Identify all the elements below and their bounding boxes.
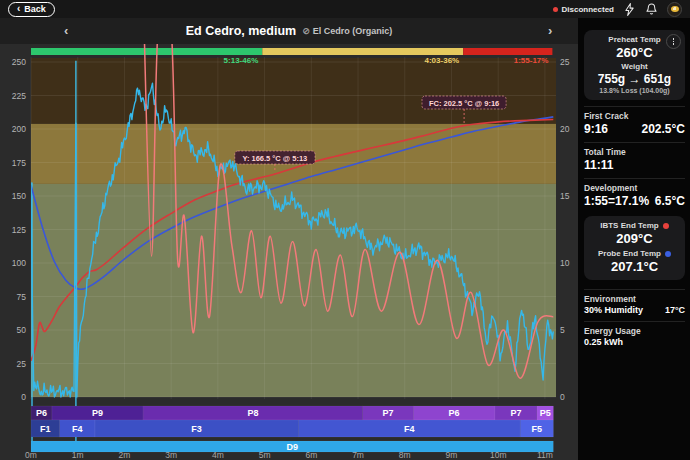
x-tick: 5m — [259, 450, 271, 460]
bean-link[interactable]: ⊘ El Cedro (Organic) — [302, 26, 392, 36]
x-tick: 4m — [212, 450, 224, 460]
development-zone — [31, 58, 556, 124]
x-tick: 11m — [537, 450, 553, 460]
back-button[interactable]: ‹ Back — [8, 2, 55, 17]
environment-label: Environment — [584, 294, 685, 304]
x-tick: 3m — [165, 450, 177, 460]
fan-label: F4 — [72, 424, 83, 434]
energy-value: 0.25 kWh — [584, 337, 623, 347]
x-tick: 1m — [72, 450, 84, 460]
y-right-tick: 5 — [560, 325, 565, 335]
energy-label: Energy Usage — [584, 326, 685, 336]
phase-label: 1:55-17% — [514, 56, 549, 65]
x-tick: 0m — [25, 450, 37, 460]
probe-end-label: Probe End Temp — [598, 249, 661, 258]
stats-sidebar: Preheat Temp 260°C Weight 755g → 651g 13… — [578, 18, 690, 460]
weight-label: Weight — [588, 62, 681, 71]
power-label: P8 — [247, 408, 258, 418]
roast-title-bar: ‹ Ed Cedro, medium ⊘ El Cedro (Organic) … — [0, 18, 578, 44]
first-crack-marker: FC: 202.5 °C @ 9:16 — [422, 96, 506, 109]
y-left-tick: 100 — [12, 258, 26, 268]
probe-end-value: 207.1°C — [588, 259, 681, 274]
y-left-tick: 150 — [12, 191, 26, 201]
roaster-power-button[interactable] — [623, 3, 636, 16]
total-time-value: 11:11 — [584, 158, 613, 172]
development-section: Development 1:55=17.1% 6.5°C — [584, 178, 685, 208]
y-left-tick: 200 — [12, 124, 26, 134]
fan-label: F3 — [191, 424, 202, 434]
preheat-value: 260°C — [588, 45, 681, 60]
roast-chart[interactable]: 025507510012515017520022525005101520255:… — [0, 44, 578, 460]
y-right-tick: 20 — [560, 124, 570, 134]
notifications-button[interactable] — [645, 3, 658, 16]
weight-loss: 13.8% Loss (104.00g) — [588, 87, 681, 94]
phase-segment — [31, 48, 262, 55]
next-roast-button[interactable]: › — [548, 23, 552, 38]
fan-label: F4 — [404, 424, 415, 434]
humidity-value: 30% Humidity — [584, 305, 643, 315]
phase-label: 5:13-46% — [224, 56, 259, 65]
y-right-tick: 25 — [560, 57, 570, 67]
power-label: P9 — [92, 408, 103, 418]
y-left-tick: 225 — [12, 91, 26, 101]
lightning-icon — [624, 3, 635, 16]
y-left-tick: 25 — [17, 359, 27, 369]
kebab-dots-icon — [673, 38, 675, 45]
total-time-label: Total Time — [584, 147, 685, 157]
avatar-image — [671, 6, 679, 12]
yellowing-marker: Y: 166.5 °C @ 5:13 — [235, 151, 315, 164]
status-dot-icon — [553, 7, 558, 12]
x-tick: 2m — [119, 450, 131, 460]
svg-text:Y: 166.5 °C @ 5:13: Y: 166.5 °C @ 5:13 — [242, 154, 307, 163]
x-tick: 9m — [446, 450, 458, 460]
development-label: Development — [584, 183, 685, 193]
user-avatar[interactable] — [667, 2, 682, 17]
roast-detail-window: ‹ Back Disconnected ‹ — [0, 0, 690, 460]
power-label: P6 — [36, 408, 47, 418]
fan-label: F1 — [40, 424, 51, 434]
first-crack-section: First Crack 9:16 202.5°C — [584, 106, 685, 136]
x-tick: 6m — [305, 450, 317, 460]
power-label: P7 — [382, 408, 393, 418]
roast-title: Ed Cedro, medium — [186, 24, 296, 38]
phase-segment — [463, 48, 552, 55]
preheat-weight-card: Preheat Temp 260°C Weight 755g → 651g 13… — [584, 30, 685, 100]
roast-chart-panel: 025507510012515017520022525005101520255:… — [0, 44, 578, 460]
drum-label: D9 — [286, 442, 298, 452]
ibts-end-value: 209°C — [588, 231, 681, 246]
first-crack-time: 9:16 — [584, 122, 608, 136]
y-left-tick: 250 — [12, 57, 26, 67]
first-crack-temp: 202.5°C — [642, 122, 686, 136]
power-label: P6 — [448, 408, 459, 418]
y-left-tick: 50 — [17, 325, 27, 335]
bean-icon: ⊘ — [302, 26, 310, 36]
status-text: Disconnected — [562, 5, 614, 14]
development-temp: 6.5°C — [655, 194, 685, 208]
phase-label: 4:03-36% — [425, 56, 460, 65]
svg-text:FC: 202.5 °C @ 9:16: FC: 202.5 °C @ 9:16 — [429, 99, 499, 108]
ibts-dot-icon — [663, 223, 669, 229]
probe-dot-icon — [665, 251, 671, 257]
y-left-tick: 75 — [17, 292, 27, 302]
kebab-menu-button[interactable] — [666, 34, 681, 49]
y-left-tick: 0 — [21, 392, 26, 402]
top-bar: ‹ Back Disconnected — [0, 0, 690, 18]
x-tick: 10m — [490, 450, 507, 460]
ibts-end-label: IBTS End Temp — [600, 221, 659, 230]
power-label: P5 — [540, 408, 551, 418]
first-crack-label: First Crack — [584, 111, 685, 121]
x-tick: 8m — [399, 450, 411, 460]
y-left-tick: 125 — [12, 225, 26, 235]
environment-section: Environment 30% Humidity 17°C — [584, 289, 685, 315]
bean-name: El Cedro (Organic) — [313, 26, 393, 36]
phase-segment — [262, 48, 463, 55]
energy-section: Energy Usage 0.25 kWh — [584, 321, 685, 347]
power-label: P7 — [510, 408, 521, 418]
total-time-section: Total Time 11:11 — [584, 142, 685, 172]
y-right-tick: 10 — [560, 258, 570, 268]
weight-value: 755g → 651g — [588, 72, 681, 86]
end-temps-card: IBTS End Temp 209°C Probe End Temp 207.1… — [584, 216, 685, 280]
ambient-temp-value: 17°C — [665, 305, 685, 315]
y-right-tick: 0 — [560, 392, 565, 402]
x-tick: 7m — [352, 450, 364, 460]
